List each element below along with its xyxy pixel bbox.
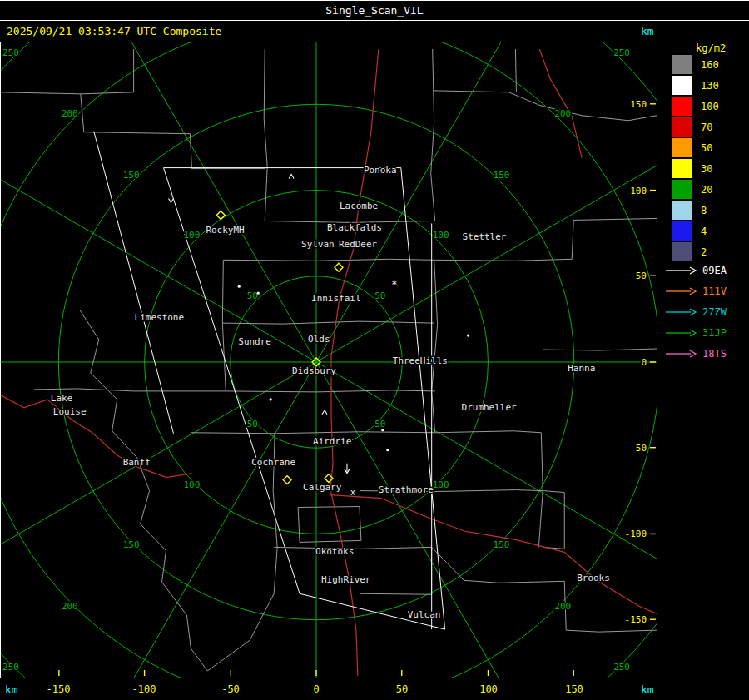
storm-track-row: 111V	[664, 280, 727, 301]
city-label: Stettler	[463, 231, 507, 242]
radar-display[interactable]: 5010015020025050100150200250501001502002…	[0, 42, 657, 678]
range-label: 100	[433, 230, 449, 241]
storm-track-row: 31JP	[664, 322, 727, 343]
storm-track-arrow-icon	[664, 307, 697, 317]
color-scale-swatch	[672, 221, 692, 241]
city-label: Louise	[53, 406, 87, 417]
right-axis-unit-label: km	[641, 25, 654, 37]
city-label: RedDeer	[339, 239, 378, 250]
range-label: 200	[62, 108, 78, 119]
city-label: Airdrie	[313, 436, 351, 447]
map-boundary-line	[81, 49, 134, 94]
radar-canvas[interactable]: 5010015020025050100150200250501001502002…	[1, 42, 657, 678]
city-label: Vulcan	[408, 609, 441, 620]
scan-timestamp: 2025/09/21 03:53:47 UTC Composite	[7, 25, 221, 37]
bottom-axis-tick-label: 150	[555, 683, 593, 695]
range-label: 150	[123, 170, 140, 181]
color-scale-row: 4	[672, 221, 719, 241]
storm-track-id: 18TS	[702, 348, 727, 360]
storm-track-row: 18TS	[664, 343, 727, 364]
color-scale-unit-label: kg/m2	[696, 42, 726, 54]
color-scale-row: 20	[672, 179, 719, 200]
map-boundary-line	[431, 49, 435, 221]
range-label: 150	[494, 539, 510, 550]
storm-track-id: 111V	[702, 285, 727, 297]
color-scale-value: 70	[701, 122, 712, 133]
map-boundary-line	[80, 310, 208, 671]
right-axis-tick-label: 150	[630, 99, 647, 110]
range-label: 250	[2, 47, 19, 58]
storm-track-id: 31JP	[702, 327, 727, 339]
map-boundary-line	[298, 507, 361, 543]
map-boundary-line	[360, 547, 432, 594]
city-label: Strathmore	[379, 484, 434, 495]
color-scale-value: 160	[701, 59, 719, 71]
bottom-axis-tick-label: 50	[383, 683, 421, 695]
point-marker	[257, 292, 260, 295]
color-scale-swatch	[672, 159, 692, 178]
range-label: 150	[494, 170, 510, 181]
range-label: 200	[554, 601, 571, 612]
point-marker	[381, 429, 384, 431]
color-scale-swatch	[672, 201, 692, 220]
bottom-axis-tick-label: -150	[39, 683, 77, 695]
point-marker	[386, 449, 389, 451]
storm-track-legend: 09EA111V27ZW31JP18TS	[664, 260, 727, 364]
city-label: Didsbury	[292, 365, 336, 376]
caret-marker	[322, 410, 327, 415]
range-label: 50	[247, 419, 258, 429]
right-axis-tick-label: -150	[625, 614, 647, 625]
city-label: ThreeHills	[393, 355, 448, 366]
range-label: 250	[613, 662, 630, 673]
color-scale-value: 2	[701, 246, 707, 258]
range-label: 150	[123, 539, 140, 550]
storm-track-id: 09EA	[702, 265, 727, 276]
color-scale-row: 30	[672, 158, 719, 179]
status-row: 2025/09/21 03:53:47 UTC Composite km	[0, 21, 749, 42]
city-label: Calgary	[303, 482, 342, 493]
city-label: Hanna	[568, 363, 595, 374]
storm-track-arrow-icon	[664, 349, 697, 359]
bottom-axis-tick-label: 0	[297, 683, 335, 695]
range-label: 50	[374, 290, 385, 301]
map-boundary-line	[134, 390, 435, 392]
city-label: RockyMH	[206, 225, 244, 236]
range-label: 250	[2, 662, 19, 673]
color-scale-row: 50	[672, 137, 719, 158]
city-label: Drumheller	[462, 402, 517, 413]
map-boundary-line	[222, 321, 434, 324]
city-label: Sylvan	[301, 239, 335, 250]
color-scale-swatch	[672, 76, 692, 95]
map-boundary-line	[435, 431, 543, 548]
city-label: Okotoks	[315, 546, 354, 557]
city-label: Ponoka	[364, 165, 397, 176]
range-label: 250	[613, 47, 630, 58]
storm-track-arrow-icon	[664, 286, 697, 296]
station-diamond-marker	[283, 476, 291, 484]
color-scale-value: 30	[701, 163, 712, 175]
bottom-axis-tick-label: -100	[125, 683, 163, 695]
map-boundary-line	[264, 49, 267, 221]
right-axis-tick-label: 0	[641, 357, 647, 368]
range-label: 200	[554, 108, 571, 119]
scan-area-outline	[164, 168, 445, 630]
map-boundary-line	[543, 349, 657, 350]
radar-application-window: Single_Scan_VIL 2025/09/21 03:53:47 UTC …	[0, 0, 749, 700]
color-scale-swatch	[672, 242, 692, 261]
station-diamond-marker	[335, 263, 343, 271]
map-boundary-line	[432, 260, 438, 432]
point-marker	[238, 285, 241, 288]
color-scale-value: 20	[701, 184, 712, 196]
storm-track-id: 27ZW	[702, 306, 727, 318]
bottom-axis-unit-right: km	[641, 683, 654, 696]
map-boundary-line	[222, 260, 226, 391]
bottom-axis: km km -150-100-50050100150	[0, 679, 749, 700]
right-axis-tick-label: 50	[636, 271, 647, 281]
range-label: 50	[374, 419, 385, 429]
color-scale-value: 130	[701, 80, 719, 92]
city-label: Innisfail	[311, 293, 360, 304]
asterisk-marker: *	[391, 279, 397, 290]
city-label: Limestone	[135, 312, 184, 323]
city-label: Lacombe	[340, 201, 378, 211]
caret-marker	[289, 175, 294, 179]
